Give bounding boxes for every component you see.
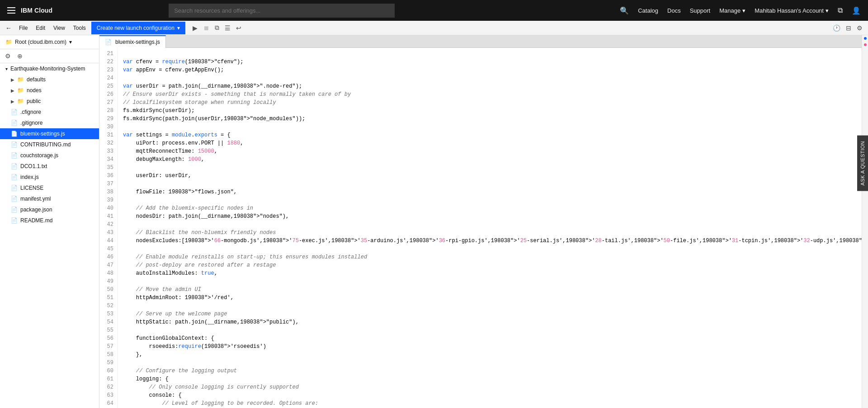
code-line: // Configure the logging output [123, 367, 862, 375]
sidebar-item[interactable]: 📄manifest.yml [0, 193, 99, 204]
search-input[interactable] [169, 4, 395, 18]
code-line: // Move the admin UI [123, 286, 862, 294]
manage-chevron-icon: ▾ [742, 7, 745, 14]
list-icon-btn[interactable]: ☰ [223, 23, 232, 33]
search-icon[interactable]: 🔍 [620, 6, 629, 15]
code-line: console: { [123, 391, 862, 399]
tab-file-icon: 📄 [105, 39, 112, 45]
file-icon: 📄 [11, 174, 18, 180]
sidebar-item-label: LICENSE [20, 185, 43, 191]
project-root[interactable]: ▾ Earthquake-Monitoring-System [0, 63, 99, 74]
sidebar-item[interactable]: 📄bluemix-settings.js [0, 128, 99, 139]
file-icon: 📄 [11, 206, 18, 213]
file-icon: 📄 [11, 120, 18, 126]
ibm-logo: IBM Cloud [21, 7, 52, 14]
ask-question-tab[interactable]: ASK A QUESTION [857, 136, 868, 191]
sidebar-item[interactable]: ▶📁defaults [0, 74, 99, 85]
code-line: // Level of logging to be recorded. Opti… [123, 399, 862, 408]
file-icon: 📄 [11, 141, 18, 148]
code-line: // Ensure userDir exists - something tha… [123, 90, 862, 98]
code-editor: 2122232425262728293031323334353637383940… [99, 48, 862, 408]
sidebar-item[interactable]: 📄LICENSE [0, 183, 99, 193]
sidebar-item[interactable]: 📄couchstorage.js [0, 150, 99, 161]
sidebar-item-label: .gitignore [20, 120, 42, 126]
folder-icon: 📁 [17, 87, 24, 94]
code-line [123, 220, 862, 229]
manage-link[interactable]: Manage ▾ [719, 7, 745, 14]
code-line [123, 302, 862, 310]
code-line: fs.mkdirSync(path.join(userDir,198038">"… [123, 115, 862, 123]
sidebar-item[interactable]: 📄package.json [0, 204, 99, 215]
code-line: nodesExcludes:[198038">'66-mongodb.js',1… [123, 237, 862, 245]
code-line [123, 359, 862, 367]
support-link[interactable]: Support [690, 7, 711, 14]
sidebar-item[interactable]: ▶📁public [0, 96, 99, 107]
folder-icon: 📁 [17, 76, 24, 83]
gutter-dot-2 [864, 43, 867, 46]
settings-icon-btn[interactable]: ⚙ [855, 23, 864, 33]
sidebar-item-label: couchstorage.js [20, 152, 58, 159]
launch-config-label: Create new launch configuration [97, 25, 175, 31]
code-line [123, 180, 862, 188]
code-line: var cfenv = require(198038">"cfenv"); [123, 58, 862, 66]
folder-chevron-icon: ▶ [11, 88, 14, 93]
launch-config-button[interactable]: Create new launch configuration ▾ [91, 22, 185, 34]
code-line: // localfilesystem storage when running … [123, 98, 862, 107]
user-icon[interactable]: 👤 [852, 6, 861, 15]
sidebar-item-label: public [27, 98, 41, 104]
code-line: autoInstallModules: true, [123, 269, 862, 277]
code-line: var settings = module.exports = { [123, 131, 862, 139]
code-content[interactable]: var cfenv = require(198038">"cfenv");var… [118, 48, 862, 408]
external-link-icon[interactable]: ⧉ [838, 6, 843, 14]
menu-items: File Edit View Tools [15, 23, 90, 33]
toolbar-actions: ▶ ⏹ ⧉ ☰ ↩ [191, 22, 243, 33]
file-icon: 📄 [11, 152, 18, 159]
docs-link[interactable]: Docs [667, 7, 681, 14]
undo-button[interactable]: ↩ [234, 23, 243, 33]
run-button[interactable]: ▶ [191, 23, 199, 33]
hamburger-menu[interactable] [7, 7, 15, 14]
code-line: // Only console logging is currently sup… [123, 383, 862, 391]
sidebar-item[interactable]: 📄index.js [0, 172, 99, 183]
back-button[interactable]: ← [4, 23, 14, 33]
top-nav: IBM Cloud 🔍 Catalog Docs Support Manage … [0, 0, 868, 21]
tools-menu[interactable]: Tools [70, 23, 90, 33]
sidebar-item[interactable]: 📄README.md [0, 215, 99, 226]
clock-icon-btn[interactable]: 🕐 [831, 23, 842, 33]
catalog-link[interactable]: Catalog [638, 7, 658, 14]
editor-tab-bluemix[interactable]: 📄 bluemix-settings.js [99, 35, 166, 48]
code-line [123, 50, 862, 58]
file-menu[interactable]: File [15, 23, 31, 33]
launch-config-chevron-icon: ▾ [177, 25, 180, 31]
folder-chevron-icon: ▶ [11, 77, 14, 82]
sidebar-item-label: index.js [20, 174, 39, 180]
sidebar-icon-btn-1[interactable]: ⚙ [4, 51, 12, 61]
edit-menu[interactable]: Edit [32, 23, 49, 33]
code-line [123, 277, 862, 286]
sidebar-root[interactable]: 📁 Root (cloud.ibm.com) ▾ [0, 35, 99, 49]
line-numbers: 2122232425262728293031323334353637383940… [99, 48, 118, 408]
tab-label: bluemix-settings.js [115, 39, 160, 45]
code-line: rsoeedis:require(198038">'rsoeedis') [123, 342, 862, 351]
sidebar-item[interactable]: 📄DCO1.1.txt [0, 161, 99, 172]
file-icon: 📄 [11, 109, 18, 115]
sidebar-item-label: manifest.yml [20, 196, 51, 202]
sidebar-item[interactable]: 📄.cfignore [0, 107, 99, 117]
right-gutter [862, 35, 868, 408]
sidebar-item[interactable]: 📄.gitignore [0, 117, 99, 128]
sidebar: 📁 Root (cloud.ibm.com) ▾ ⚙ ⊕ ▾ Earthquak… [0, 35, 99, 408]
stop-button[interactable]: ⏹ [201, 23, 211, 33]
external-icon-btn[interactable]: ⧉ [213, 22, 221, 33]
view-menu[interactable]: View [50, 23, 69, 33]
account-link[interactable]: Mahitab Hassan's Account ▾ [755, 7, 829, 14]
nav-left: IBM Cloud [7, 7, 52, 14]
code-line [123, 164, 862, 172]
sidebar-item[interactable]: ▶📁nodes [0, 85, 99, 96]
code-line: var userDir = path.join(__dirname,198038… [123, 82, 862, 90]
search-bar-container [169, 4, 395, 18]
project-label: Earthquake-Monitoring-System [10, 66, 85, 72]
sidebar-icon-btn-2[interactable]: ⊕ [16, 51, 24, 61]
sidebar-item[interactable]: 📄CONTRIBUTING.md [0, 139, 99, 150]
sidebar-root-label: Root (cloud.ibm.com) [15, 39, 66, 45]
split-icon-btn[interactable]: ⊟ [844, 23, 853, 33]
